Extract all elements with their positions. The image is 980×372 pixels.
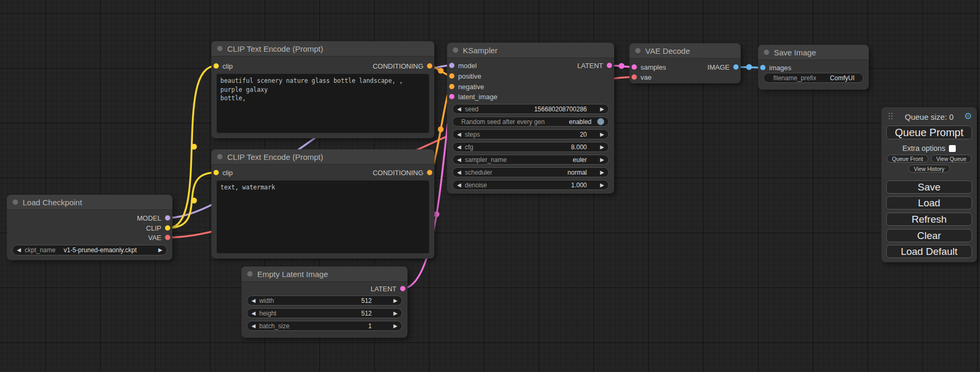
output-slot-conditioning[interactable]: CONDITIONING (373, 61, 432, 71)
decrement-arrow-icon[interactable]: ◀ (457, 132, 461, 137)
node-clip-text-encode-negative[interactable]: CLIP Text Encode (Prompt) clip CONDITION… (211, 149, 434, 259)
decrement-arrow-icon[interactable]: ◀ (17, 247, 21, 253)
decrement-arrow-icon[interactable]: ◀ (251, 323, 256, 329)
node-empty-latent-image[interactable]: Empty Latent Image LATENT ◀ width 512 ▶ … (241, 266, 407, 338)
input-slot-images[interactable]: images (760, 63, 791, 72)
node-title-bar[interactable]: VAE Decode (629, 43, 741, 59)
output-slot-model[interactable]: MODEL (137, 213, 170, 223)
decrement-arrow-icon[interactable]: ◀ (457, 145, 461, 150)
node-title-bar[interactable]: Empty Latent Image (241, 266, 407, 282)
increment-arrow-icon[interactable]: ▶ (600, 145, 604, 150)
model-input-dot-icon[interactable] (449, 63, 454, 68)
steps-widget[interactable]: ◀ steps 20 ▶ (452, 129, 609, 139)
increment-arrow-icon[interactable]: ▶ (600, 157, 604, 163)
collapse-dot-icon[interactable] (217, 46, 222, 51)
node-load-checkpoint[interactable]: Load Checkpoint MODEL CLIP VAE ◀ ckpt_na… (7, 195, 172, 260)
conditioning-input-dot-icon[interactable] (449, 73, 454, 79)
node-ksampler[interactable]: KSampler model positive negative latent_… (447, 43, 614, 194)
increment-arrow-icon[interactable]: ▶ (600, 170, 604, 175)
decrement-arrow-icon[interactable]: ◀ (457, 183, 461, 188)
queue-front-button[interactable]: Queue Front (887, 155, 928, 163)
input-slot-latent-image[interactable]: latent_image (449, 92, 497, 101)
node-title-bar[interactable]: CLIP Text Encode (Prompt) (211, 149, 434, 165)
input-slot-clip[interactable]: clip (214, 168, 233, 177)
collapse-dot-icon[interactable] (453, 47, 458, 53)
prompt-textarea[interactable]: beautiful scenery nature glass bottle la… (217, 74, 429, 133)
decrement-arrow-icon[interactable]: ◀ (457, 157, 461, 163)
model-output-dot-icon[interactable] (165, 215, 170, 221)
increment-arrow-icon[interactable]: ▶ (600, 183, 604, 188)
vae-input-dot-icon[interactable] (632, 74, 637, 80)
collapse-dot-icon[interactable] (764, 50, 769, 55)
input-slot-negative[interactable]: negative (449, 82, 484, 91)
node-save-image[interactable]: Save Image images filename_prefix ComfyU… (758, 45, 869, 90)
node-title-bar[interactable]: Save Image (758, 45, 869, 60)
latent-input-dot-icon[interactable] (632, 64, 637, 70)
output-slot-clip[interactable]: CLIP (146, 223, 170, 233)
output-slot-image[interactable]: IMAGE (707, 62, 739, 72)
decrement-arrow-icon[interactable]: ◀ (251, 311, 256, 316)
output-slot-conditioning[interactable]: CONDITIONING (373, 168, 432, 177)
height-widget[interactable]: ◀ height 512 ▶ (247, 308, 402, 318)
image-output-dot-icon[interactable] (733, 64, 739, 70)
increment-arrow-icon[interactable]: ▶ (393, 323, 397, 329)
node-title-bar[interactable]: CLIP Text Encode (Prompt) (211, 41, 434, 56)
load-button[interactable]: Load (886, 196, 972, 209)
filename-prefix-widget[interactable]: filename_prefix ComfyUI (763, 73, 863, 83)
conditioning-output-dot-icon[interactable] (427, 63, 432, 69)
collapse-dot-icon[interactable] (247, 271, 253, 276)
conditioning-output-dot-icon[interactable] (427, 170, 432, 175)
image-input-dot-icon[interactable] (760, 65, 765, 70)
refresh-button[interactable]: Refresh (886, 213, 972, 226)
scheduler-widget[interactable]: ◀ scheduler normal ▶ (452, 167, 609, 177)
clip-input-dot-icon[interactable] (214, 170, 219, 175)
decrement-arrow-icon[interactable]: ◀ (457, 107, 461, 112)
increment-arrow-icon[interactable]: ▶ (393, 311, 397, 316)
clip-output-dot-icon[interactable] (165, 225, 170, 231)
input-slot-positive[interactable]: positive (449, 71, 481, 81)
latent-output-dot-icon[interactable] (400, 286, 405, 291)
load-default-button[interactable]: Load Default (886, 245, 972, 258)
node-clip-text-encode-positive[interactable]: CLIP Text Encode (Prompt) clip CONDITION… (211, 41, 434, 138)
clear-button[interactable]: Clear (886, 229, 972, 242)
random-seed-widget[interactable]: Random seed after every gen enabled (452, 117, 609, 127)
decrement-arrow-icon[interactable]: ◀ (251, 298, 256, 303)
output-slot-vae[interactable]: VAE (148, 233, 170, 242)
input-slot-clip[interactable]: clip (214, 61, 233, 71)
input-slot-vae[interactable]: vae (632, 72, 652, 82)
node-title-bar[interactable]: Load Checkpoint (7, 195, 172, 210)
conditioning-input-dot-icon[interactable] (449, 84, 454, 89)
save-button[interactable]: Save (886, 180, 972, 194)
latent-output-dot-icon[interactable] (607, 63, 612, 68)
input-slot-samples[interactable]: samples (632, 62, 666, 72)
cfg-widget[interactable]: ◀ cfg 8.000 ▶ (452, 142, 609, 152)
view-queue-button[interactable]: View Queue (931, 155, 972, 163)
denoise-widget[interactable]: ◀ denoise 1.000 ▶ (452, 180, 609, 190)
ckpt-name-widget[interactable]: ◀ ckpt_name v1-5-pruned-emaonly.ckpt ▶ (12, 245, 167, 255)
settings-gear-icon[interactable]: ⚙ (964, 111, 972, 122)
prompt-textarea[interactable]: text, watermark (217, 180, 429, 253)
queue-prompt-button[interactable]: Queue Prompt (886, 126, 972, 139)
collapse-dot-icon[interactable] (13, 199, 18, 205)
view-history-button[interactable]: View History (908, 165, 949, 173)
node-title-bar[interactable]: KSampler (447, 43, 614, 58)
extra-options-checkbox[interactable] (949, 145, 956, 152)
node-graph-canvas[interactable]: Load Checkpoint MODEL CLIP VAE ◀ ckpt_na… (0, 0, 980, 372)
output-slot-latent[interactable]: LATENT (371, 284, 405, 293)
output-slot-latent[interactable]: LATENT (577, 61, 612, 70)
input-slot-model[interactable]: model (449, 61, 477, 70)
increment-arrow-icon[interactable]: ▶ (600, 132, 604, 137)
latent-input-dot-icon[interactable] (449, 94, 454, 99)
vae-output-dot-icon[interactable] (165, 235, 170, 240)
collapse-dot-icon[interactable] (635, 48, 641, 53)
increment-arrow-icon[interactable]: ▶ (393, 298, 397, 303)
width-widget[interactable]: ◀ width 512 ▶ (247, 295, 402, 306)
seed-widget[interactable]: ◀ seed 156680208700286 ▶ (452, 104, 609, 114)
collapse-dot-icon[interactable] (217, 154, 222, 159)
increment-arrow-icon[interactable]: ▶ (600, 107, 604, 112)
clip-input-dot-icon[interactable] (214, 63, 219, 69)
decrement-arrow-icon[interactable]: ◀ (457, 170, 461, 175)
node-vae-decode[interactable]: VAE Decode samples vae IMAGE (629, 43, 741, 83)
increment-arrow-icon[interactable]: ▶ (158, 247, 162, 253)
batch-size-widget[interactable]: ◀ batch_size 1 ▶ (247, 321, 402, 331)
